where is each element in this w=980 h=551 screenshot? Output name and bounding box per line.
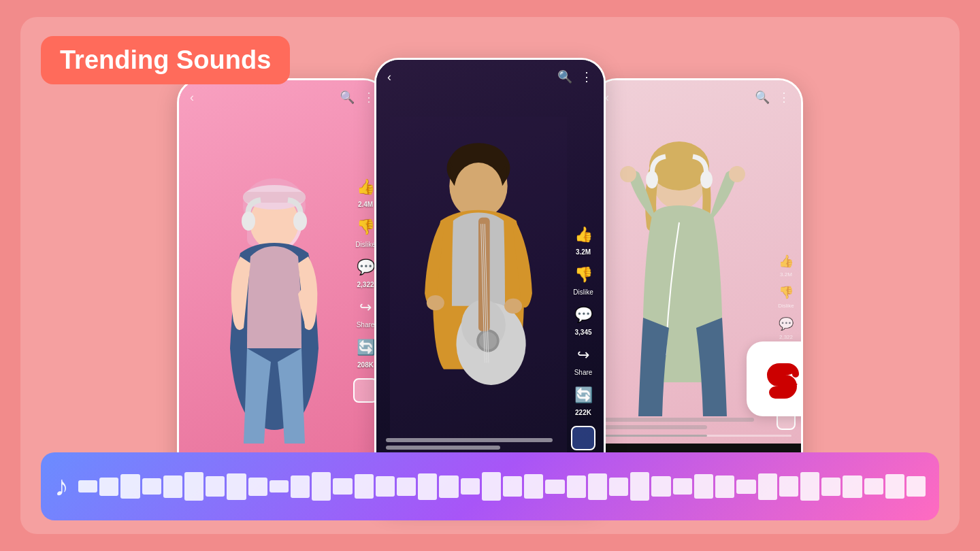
- dislike-icon-right: 👎: [777, 283, 796, 302]
- wave-bar: [503, 476, 522, 497]
- svg-point-23: [427, 295, 444, 310]
- svg-point-30: [729, 166, 745, 182]
- comment-count-right: 2,322: [779, 334, 793, 340]
- side-actions-center: 👍 3.2M 👎 Dislike 💬 3,345 ↪ Share 🔄: [571, 222, 595, 450]
- phones-container: ‹ 🔍 ⋮ 👍 2.4M 👎 Dislike 💬 2,322: [177, 58, 803, 507]
- remix-count-center: 222K: [575, 409, 591, 416]
- comment-action-center[interactable]: 💬 3,345: [571, 303, 595, 336]
- wave-bar: [567, 475, 586, 498]
- wave-bar: [694, 474, 713, 499]
- wave-bar: [270, 480, 289, 492]
- wave-bar: [163, 475, 182, 498]
- svg-point-24: [504, 299, 522, 314]
- like-count-center: 3.2M: [576, 248, 591, 256]
- wave-bar: [439, 475, 458, 498]
- bottom-line-1-center: [386, 438, 553, 442]
- share-label-left: Share: [357, 321, 375, 329]
- wave-bar: [524, 474, 543, 499]
- bottom-lines-right: [604, 418, 791, 429]
- remix-count-left: 208K: [357, 361, 374, 369]
- search-icon-right[interactable]: 🔍: [755, 90, 770, 105]
- main-container: Trending Sounds: [20, 17, 960, 534]
- wave-bar: [715, 475, 734, 498]
- svg-point-6: [242, 212, 255, 231]
- dislike-icon-center: 👎: [571, 263, 595, 287]
- wave-bar: [609, 478, 628, 496]
- wave-bar: [355, 474, 374, 499]
- wave-bar: [800, 472, 819, 501]
- search-icon-center[interactable]: 🔍: [557, 69, 572, 84]
- bottom-lines-center: [386, 438, 594, 450]
- back-icon-center[interactable]: ‹: [387, 70, 391, 84]
- svg-point-26: [649, 141, 709, 190]
- wave-bar: [758, 473, 777, 500]
- comment-count-left: 2,322: [357, 281, 374, 288]
- like-count-left: 2.4M: [358, 201, 373, 208]
- dislike-action-right[interactable]: 👎 Dislike: [777, 283, 796, 309]
- bottom-line-1-right: [604, 418, 754, 422]
- phone-right: ‹ 🔍 ⋮ 👍 3.2M 👎 Dislike 💬 2,322: [592, 78, 803, 486]
- more-icon-left[interactable]: ⋮: [363, 90, 375, 105]
- wave-bar: [779, 476, 798, 497]
- wave-bar: [630, 472, 649, 501]
- comment-icon-center: 💬: [571, 303, 595, 327]
- wave-bar: [588, 473, 607, 500]
- wave-bar: [248, 478, 267, 496]
- wave-bar: [333, 478, 352, 495]
- progress-fill-right: [604, 435, 707, 437]
- wave-bar: [142, 478, 161, 495]
- like-action-center[interactable]: 👍 3.2M: [571, 222, 595, 256]
- trending-badge: Trending Sounds: [41, 36, 290, 84]
- search-icon-left[interactable]: 🔍: [340, 90, 355, 105]
- dislike-label-center: Dislike: [573, 288, 593, 296]
- svg-point-29: [620, 166, 636, 182]
- wave-bar: [206, 476, 225, 497]
- wave-bar: [843, 475, 862, 498]
- svg-point-28: [700, 171, 713, 188]
- trending-title: Trending Sounds: [60, 46, 271, 74]
- share-action-center[interactable]: ↪ Share: [571, 343, 595, 376]
- wave-bar: [184, 472, 203, 501]
- dislike-label-right: Dislike: [778, 303, 794, 309]
- wave-bar: [120, 474, 140, 499]
- phone-right-topbar: ‹ 🔍 ⋮: [594, 80, 801, 110]
- like-icon-right: 👍: [777, 252, 796, 271]
- back-icon-left[interactable]: ‹: [190, 90, 194, 105]
- topbar-right-right: 🔍 ⋮: [755, 90, 790, 105]
- person-figure-right: [601, 117, 757, 444]
- wave-bar: [291, 475, 310, 498]
- wave-bar: [312, 472, 331, 501]
- topbar-right-left: 🔍 ⋮: [340, 90, 375, 105]
- music-note-icon: ♪: [54, 470, 69, 503]
- like-action-right[interactable]: 👍 3.2M: [777, 252, 796, 278]
- like-icon-center: 👍: [571, 222, 595, 247]
- comment-icon-right: 💬: [777, 314, 796, 333]
- wave-bar: [545, 480, 564, 494]
- remix-icon-center: 🔄: [571, 383, 595, 407]
- more-icon-right[interactable]: ⋮: [778, 90, 790, 105]
- comment-action-right[interactable]: 💬 2,322: [777, 314, 796, 340]
- dislike-action-center[interactable]: 👎 Dislike: [571, 263, 595, 296]
- comment-count-center: 3,345: [574, 329, 591, 336]
- waveform: [78, 466, 926, 507]
- wave-bar: [418, 473, 437, 500]
- wave-bar: [461, 478, 480, 495]
- topbar-right-center: 🔍 ⋮: [557, 69, 593, 84]
- bottom-line-2-right: [604, 425, 707, 429]
- wave-bar: [673, 478, 692, 495]
- svg-point-7: [293, 212, 307, 231]
- wave-bar: [227, 473, 246, 500]
- wave-bar: [376, 476, 395, 497]
- dislike-label-left: Dislike: [355, 241, 375, 248]
- person-figure-center: [390, 110, 567, 464]
- more-icon-center[interactable]: ⋮: [581, 69, 593, 84]
- phone-center: ‹ 🔍 ⋮ 👍 3.2M 👎 Dislike 💬 3,345: [374, 58, 606, 507]
- svg-point-27: [646, 171, 658, 188]
- phone-center-topbar: ‹ 🔍 ⋮: [376, 60, 604, 90]
- bottom-line-2-center: [386, 446, 500, 450]
- sound-bar: ♪: [41, 452, 939, 520]
- wave-bar: [651, 476, 670, 497]
- remix-action-center[interactable]: 🔄 222K: [571, 383, 595, 416]
- svg-point-14: [455, 163, 503, 216]
- wave-bar: [482, 472, 501, 501]
